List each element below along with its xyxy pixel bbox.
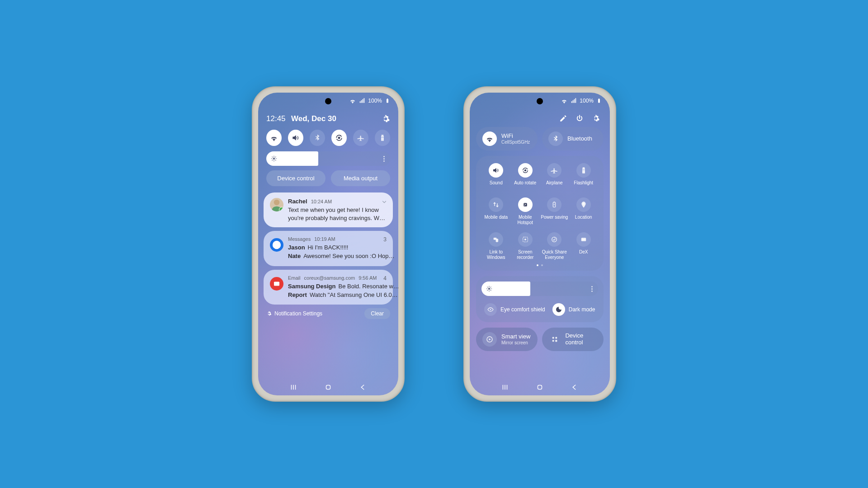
quick-toggle-autorotate[interactable] [331,130,347,146]
gear-icon [266,311,272,316]
power-menu-button[interactable] [576,114,584,122]
quick-toggle-flashlight[interactable] [375,130,390,146]
smart-view-icon [486,335,494,343]
notif-sender: Nate [288,252,301,261]
screen-right: 100% WiFi CellSpot5GHz Bluet [470,93,610,395]
clear-notifications-button[interactable]: Clear [364,308,390,319]
recents-button[interactable] [289,383,297,391]
avatar [270,198,283,211]
tile-mobiledata[interactable]: Mobile data [481,197,511,225]
settings-gear-button[interactable] [381,114,390,123]
eye-comfort-toggle[interactable]: Eye comfort shield [484,303,545,316]
messages-badge-icon [279,207,283,211]
home-button[interactable] [536,383,544,391]
bluetooth-icon [548,131,563,146]
power-icon [576,114,584,122]
notif-body-text: Text me when you get here! I know you're… [288,206,387,222]
tile-label: Power saving [541,215,568,225]
pencil-icon [559,114,567,122]
notification-card[interactable]: 3 Messages 10:19 AM JasonHi I'm BACK!!!!… [264,231,393,266]
expand-chevron[interactable] [381,199,387,204]
tile-autorotate[interactable]: Auto rotate [511,163,540,190]
tile-label: Smart view [501,333,530,340]
svg-rect-32 [326,385,330,389]
flashlight-icon [580,166,588,174]
page-indicator [481,264,598,266]
notification-card[interactable]: 4 Email coreux@samsung.com 9:56 AM Samsu… [264,270,393,305]
wifi-tile[interactable]: WiFi CellSpot5GHz [476,127,538,150]
media-output-button[interactable]: Media output [331,170,390,186]
brightness-slider[interactable] [481,282,598,296]
tile-powersaving[interactable]: Power saving [540,197,569,225]
tile-airplane[interactable]: Airplane [540,163,569,190]
camera-punch [537,98,543,104]
camera-punch [325,98,331,104]
tile-label: Location [575,215,592,225]
notif-sender: Jason [288,244,305,252]
navigation-bar [258,379,398,395]
svg-rect-33 [538,385,542,389]
notif-sender: Report [288,291,307,300]
sun-icon [271,155,277,162]
autorotate-icon [335,133,344,142]
quick-settings-grid-panel: Sound Auto rotate Airplane Flashlight Mo… [476,156,604,271]
device-control-button[interactable]: Device control [266,170,326,186]
edit-tiles-button[interactable] [559,114,567,122]
email-app-icon [270,277,283,291]
brightness-more-button[interactable] [591,286,593,292]
tile-location[interactable]: Location [569,197,599,225]
notification-card[interactable]: Rachel 10:24 AM Text me when you get her… [264,192,393,227]
screen-recorder-icon [522,236,529,243]
device-control-tile[interactable]: Device control [542,328,604,351]
tile-label: Device control [565,333,597,346]
tile-dex[interactable]: DeX [569,232,599,260]
tile-label: WiFi [501,133,530,140]
bluetooth-tile[interactable]: Bluetooth [542,127,604,150]
screen-left: 100% 12:45 Wed, Dec 30 [258,93,398,395]
recents-button[interactable] [501,383,509,391]
back-button[interactable] [571,383,579,391]
tile-label: Link to Windows [481,249,511,260]
quick-toggle-sound[interactable] [288,130,303,146]
battery-saver-icon [551,201,558,208]
notif-sender: Rachel [288,198,307,205]
quick-toggle-airplane[interactable] [353,130,368,146]
chevron-down-icon [381,199,387,205]
quick-toggle-wifi[interactable] [266,130,282,146]
tile-quickshare[interactable]: Quick Share Everyone [540,232,569,260]
tile-label: Bluetooth [567,136,592,142]
tile-sound[interactable]: Sound [481,163,511,190]
brightness-slider[interactable] [266,151,390,166]
dark-mode-icon [555,306,562,313]
app-name: Messages [288,236,311,242]
mail-icon [273,280,281,288]
notif-body-text: Awesome! See you soon :O Hop… [303,252,394,261]
tile-subtitle: CellSpot5GHz [501,140,530,145]
notification-settings-link[interactable]: Notification Settings [266,310,322,317]
messages-app-icon [270,238,283,252]
tile-label: Airplane [546,180,563,190]
tile-screenrecord[interactable]: Screen recorder [511,232,540,260]
phone-left: 100% 12:45 Wed, Dec 30 [252,86,405,402]
hotspot-icon [521,201,529,209]
back-button[interactable] [359,383,367,391]
home-button[interactable] [324,383,332,391]
notif-count: 4 [383,275,387,282]
dark-mode-toggle[interactable]: Dark mode [552,303,595,316]
brightness-more-button[interactable] [383,156,385,162]
tile-label: Auto rotate [514,180,536,190]
tile-flashlight[interactable]: Flashlight [569,163,599,190]
autorotate-icon [521,166,529,174]
brightness-fill [481,282,530,296]
settings-gear-button[interactable] [592,114,600,122]
app-name: Email [288,275,301,281]
quick-settings-header [470,112,610,127]
date-label: Wed, Dec 30 [291,114,336,123]
flashlight-icon [378,134,387,142]
toggle-label: Eye comfort shield [500,306,545,313]
quick-toggle-bluetooth[interactable] [310,130,325,146]
tile-hotspot[interactable]: Mobile Hotspot [511,197,540,225]
notif-body-text: Be Bold. Resonate w… [338,282,398,291]
smart-view-tile[interactable]: Smart view Mirror screen [476,328,538,351]
tile-linkwindows[interactable]: Link to Windows [481,232,511,260]
